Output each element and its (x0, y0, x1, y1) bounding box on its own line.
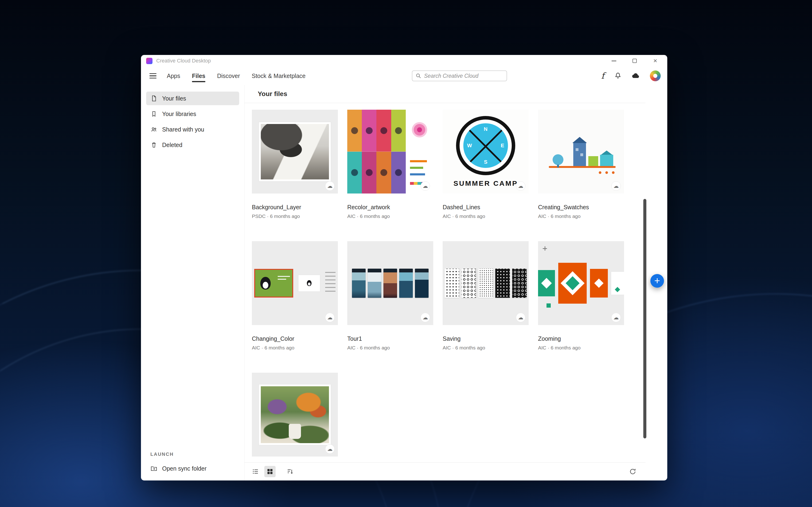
file-grid: ☁ Background_Layer PSDC · 6 months ago (245, 103, 645, 462)
cloud-sync-badge: ☁ (611, 181, 621, 191)
tree-shape (553, 154, 563, 165)
file-name: Changing_Color (252, 335, 338, 342)
app-window: Creative Cloud Desktop × Apps Files Disc… (141, 55, 667, 481)
white-slide (299, 275, 320, 291)
file-card-untitled[interactable]: ☁ (252, 373, 338, 456)
poster-thumbnail (352, 269, 366, 298)
cloud-sync-badge: ☁ (325, 444, 335, 454)
cloud-glyph: ☁ (423, 183, 428, 189)
search-input[interactable] (424, 73, 503, 79)
recolor-artwork (347, 110, 433, 193)
maximize-button[interactable] (631, 57, 638, 64)
cloud-glyph: ☁ (518, 315, 524, 320)
window-body: Your files Your libraries Shared with yo… (141, 85, 667, 481)
sidebar-item-your-files[interactable]: Your files (146, 92, 239, 105)
file-card-dashed-lines[interactable]: N E S W SUMMER CAMP ☁ Dashed_Lines (443, 110, 529, 219)
thumbnail-background-layer: ☁ (252, 110, 338, 193)
thumbnail-creating-swatches: ☁ (538, 110, 624, 193)
thumbnail-flowers: ☁ (252, 373, 338, 456)
title-bar: Creative Cloud Desktop × (141, 55, 667, 67)
notifications-bell-icon[interactable] (614, 72, 622, 79)
sort-button[interactable] (284, 466, 296, 477)
menu-icon[interactable] (150, 73, 157, 79)
file-card-zooming[interactable]: ☁ Zooming AIC · 6 months ago (538, 241, 624, 351)
sync-folder-icon (150, 465, 157, 472)
account-avatar[interactable] (650, 70, 661, 81)
file-card-tour1[interactable]: ☁ Tour1 AIC · 6 months ago (347, 241, 433, 351)
cloud-glyph: ☁ (518, 183, 524, 189)
creative-cloud-logo-icon (146, 58, 153, 64)
file-meta: AIC · 6 months ago (538, 345, 624, 351)
file-name: Zooming (538, 335, 624, 342)
refresh-button[interactable] (627, 466, 638, 477)
tab-discover[interactable]: Discover (217, 67, 240, 85)
diamond-cards-artwork (538, 241, 624, 325)
icon-sheet (444, 269, 459, 298)
houses-illustration (538, 110, 624, 193)
sidebar-item-shared-with-you[interactable]: Shared with you (146, 123, 239, 136)
search-icon (416, 73, 421, 79)
list-view-button[interactable] (250, 466, 261, 477)
minimize-button[interactable] (610, 57, 617, 64)
green-diamond-card (538, 270, 555, 296)
cloud-sync-badge: ☁ (421, 313, 430, 322)
tab-apps[interactable]: Apps (167, 67, 180, 85)
thumbnail-zooming: ☁ (538, 241, 624, 325)
orange-diamond-card-small (590, 269, 608, 297)
file-name: Dashed_Lines (443, 204, 529, 211)
sidebar-item-deleted[interactable]: Deleted (146, 138, 239, 152)
sidebar-item-your-libraries[interactable]: Your libraries (146, 107, 239, 121)
cloud-glyph: ☁ (613, 315, 619, 320)
open-sync-folder-label: Open sync folder (162, 465, 207, 472)
poster-row (352, 269, 429, 298)
compass-face: N E S W (463, 123, 508, 168)
icon-sheet (462, 269, 476, 298)
cloud-glyph: ☁ (327, 315, 333, 320)
file-card-saving[interactable]: ☁ Saving AIC · 6 months ago (443, 241, 529, 351)
poster-thumbnail (399, 269, 413, 298)
window-controls: × (610, 57, 662, 64)
compass-south: S (484, 159, 488, 165)
color-tile-grid (347, 110, 406, 193)
libraries-icon (150, 110, 157, 117)
photo-artwork (261, 124, 329, 179)
poster-thumbnail (383, 269, 397, 298)
compass-west: W (467, 143, 472, 149)
vase-shape (289, 424, 301, 439)
thumbnail-tour1: ☁ (347, 241, 433, 325)
cloud-activity-icon[interactable] (632, 72, 640, 80)
cloud-sync-badge: ☁ (325, 181, 335, 191)
file-card-changing-color[interactable]: ☁ Changing_Color AIC · 6 months ago (252, 241, 338, 351)
penguin-illustration (260, 277, 271, 289)
cloud-sync-badge: ☁ (516, 181, 525, 191)
file-card-creating-swatches[interactable]: ☁ Creating_Swatches AIC · 6 months ago (538, 110, 624, 219)
close-button[interactable]: × (652, 57, 659, 64)
compass-north: N (484, 126, 488, 132)
page-title: Your files (258, 90, 287, 98)
open-sync-folder-button[interactable]: Open sync folder (150, 465, 239, 472)
list-view-icon (252, 468, 259, 475)
tab-files[interactable]: Files (192, 67, 205, 85)
search-box[interactable] (412, 70, 507, 81)
teal-house-shape (600, 155, 613, 166)
compass-badge: N E S W (456, 116, 515, 175)
photo-artwork (261, 386, 329, 443)
file-meta: AIC · 6 months ago (347, 214, 433, 219)
file-meta: AIC · 6 months ago (347, 345, 433, 351)
file-icon (150, 95, 157, 102)
thumbnail-saving: ☁ (443, 241, 529, 325)
compass-east: E (501, 143, 504, 149)
people-icon (150, 126, 157, 133)
orange-diamond-card-large (558, 263, 587, 304)
grid-view-button[interactable] (264, 466, 276, 477)
file-card-background-layer[interactable]: ☁ Background_Layer PSDC · 6 months ago (252, 110, 338, 219)
file-meta: PSDC · 6 months ago (252, 214, 338, 219)
vertical-scrollbar[interactable] (643, 199, 646, 439)
sort-icon (286, 468, 294, 475)
sidebar-items: Your files Your libraries Shared with yo… (141, 85, 245, 152)
adobe-fonts-icon[interactable]: f (601, 72, 604, 80)
trash-icon (150, 142, 157, 149)
add-button[interactable]: + (650, 274, 664, 288)
file-card-recolor-artwork[interactable]: ☁ Recolor_artwork AIC · 6 months ago (347, 110, 433, 219)
tab-stock-marketplace[interactable]: Stock & Marketplace (252, 67, 306, 85)
